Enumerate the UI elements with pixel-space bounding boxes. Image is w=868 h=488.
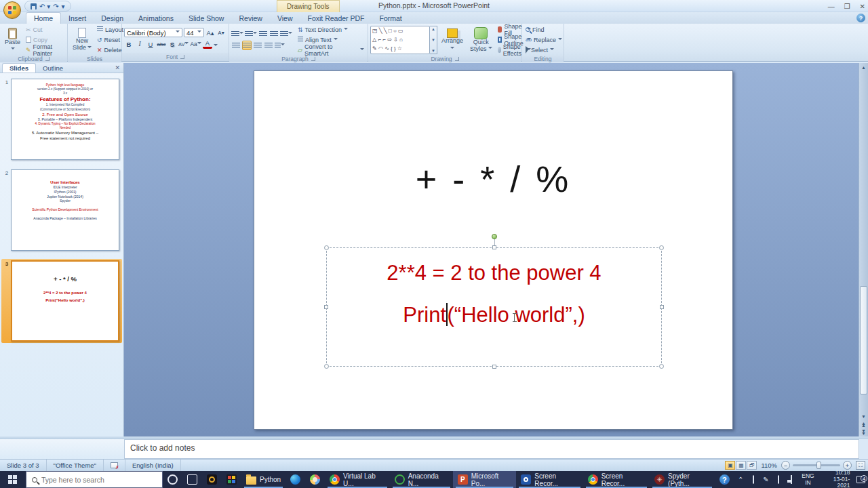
slide-thumbnail-1[interactable]: 1 Python: high level language version 2.… — [1, 77, 122, 161]
body-line-2[interactable]: Print(“Hello world”,) — [327, 294, 661, 336]
next-slide-button[interactable]: ▼▼ — [861, 428, 866, 436]
clock[interactable]: 10:1813-01-2021 — [818, 470, 854, 488]
resize-handle-s[interactable] — [492, 365, 496, 369]
tab-design[interactable]: Design — [94, 13, 131, 24]
font-color-button[interactable]: A — [203, 40, 212, 49]
taskbar-app-screen-recorder-1[interactable]: Screen Recor... — [516, 471, 583, 488]
italic-button[interactable]: I — [135, 39, 144, 49]
arrange-button[interactable]: Arrange — [439, 25, 466, 54]
photos-app-button[interactable] — [222, 471, 241, 488]
bold-button[interactable]: B — [124, 39, 134, 49]
tab-animations[interactable]: Animations — [131, 13, 181, 24]
clipboard-dialog-launcher[interactable] — [45, 57, 50, 61]
strikethrough-button[interactable]: abc — [157, 39, 166, 49]
tab-view[interactable]: View — [270, 13, 300, 24]
font-color-caret[interactable] — [214, 44, 218, 48]
slide-title-text[interactable]: + - * / % — [254, 158, 732, 200]
minimize-button[interactable]: — — [828, 3, 835, 10]
underline-button[interactable]: U — [146, 39, 155, 49]
convert-to-smartart-button[interactable]: ▱Convert to SmartArt — [296, 45, 366, 54]
bullets-button[interactable] — [231, 29, 243, 39]
search-input[interactable] — [41, 476, 150, 484]
replace-button[interactable]: abReplace — [524, 35, 564, 44]
select-button[interactable]: Select — [524, 45, 564, 54]
resize-handle-w[interactable] — [324, 305, 328, 309]
tab-outline[interactable]: Outline — [36, 64, 70, 73]
resize-handle-e[interactable] — [660, 305, 664, 309]
shapes-row[interactable]: △ ⌐ ⌐ ⇨ ⇩ ⌂ — [372, 37, 428, 43]
quick-styles-button[interactable]: Quick Styles — [467, 25, 495, 54]
character-spacing-button[interactable]: AV — [178, 39, 189, 49]
slide-canvas[interactable]: + - * / % 2**4 = 2 to the power 4 Print(… — [254, 70, 733, 430]
slide-thumbnail-3[interactable]: 3 + - * / % 2**4 = 2 to the power 4 Prin… — [1, 259, 122, 343]
fit-slide-to-window-button[interactable]: ⛶ — [856, 461, 865, 470]
help-icon[interactable]: ? — [856, 14, 865, 22]
media-app-button[interactable] — [202, 471, 222, 488]
taskbar-search[interactable] — [26, 471, 163, 488]
rotate-handle[interactable] — [492, 234, 497, 239]
shapes-gallery[interactable]: ◳ ╲ ╲ □ ○ ▭ △ ⌐ ⌐ ⇨ ⇩ ⌂ ✎ ◠ ∿ { } ☆ — [370, 26, 430, 54]
restore-button[interactable]: ❐ — [844, 3, 850, 10]
decrease-indent-button[interactable] — [258, 29, 268, 39]
theme-indicator[interactable]: "Office Theme" — [47, 460, 104, 471]
resize-handle-sw[interactable] — [324, 364, 329, 369]
tab-slides-thumbnails[interactable]: Slides — [2, 63, 36, 73]
taskbar-app-screen-recorder-2[interactable]: Screen Recor... — [583, 471, 650, 488]
paste-button[interactable]: Paste — [2, 25, 23, 54]
columns-button[interactable] — [275, 41, 285, 50]
shapes-row[interactable]: ◳ ╲ ╲ □ ○ ▭ — [372, 28, 428, 34]
previous-slide-button[interactable]: ▲▲ — [861, 421, 866, 429]
spellcheck-status[interactable] — [104, 460, 125, 471]
touch-keyboard-icon[interactable] — [772, 476, 785, 483]
resize-handle-nw[interactable] — [324, 245, 329, 250]
tab-insert[interactable]: Insert — [61, 13, 94, 24]
office-button[interactable] — [3, 1, 21, 19]
tab-slide-show[interactable]: Slide Show — [181, 13, 232, 24]
close-panel-icon[interactable]: ✕ — [115, 64, 120, 71]
selected-textbox[interactable]: 2**4 = 2 to the power 4 Print(“Hello wor… — [326, 247, 662, 367]
justify-button[interactable] — [264, 41, 273, 50]
zoom-level[interactable]: 110% — [761, 462, 777, 469]
text-shadow-button[interactable]: S — [167, 39, 177, 49]
tab-format[interactable]: Format — [372, 13, 410, 24]
align-right-button[interactable] — [253, 41, 262, 50]
pen-icon[interactable]: ✎ — [760, 476, 772, 483]
tray-chevron-icon[interactable]: ⌃ — [734, 476, 747, 483]
paint3d-button[interactable] — [305, 471, 325, 488]
zoom-out-button[interactable]: − — [781, 461, 790, 470]
cortana-button[interactable] — [163, 471, 182, 488]
font-size-combo[interactable]: 44 — [184, 28, 204, 37]
taskbar-app-anaconda[interactable]: Anaconda N... — [390, 471, 453, 488]
scroll-down-icon[interactable]: ▼ — [859, 412, 868, 421]
scroll-up-icon[interactable]: ▲ — [859, 63, 868, 72]
vertical-scrollbar[interactable]: ▲ ▼ ▲▲ ▼▼ — [859, 63, 868, 436]
taskbar-app-python-folder[interactable]: Python — [241, 471, 285, 488]
slide-show-view-button[interactable]: 🗗 — [747, 461, 757, 470]
slide-thumbnail-2[interactable]: 2 User Interfaces IDLE Interpreter IPyth… — [1, 168, 122, 252]
tab-home[interactable]: Home — [26, 12, 61, 24]
display-icon[interactable] — [785, 476, 798, 483]
taskbar-app-powerpoint[interactable]: PMicrosoft Po... — [453, 471, 517, 488]
help-app-button[interactable]: ? — [715, 471, 734, 488]
taskbar-app-spyder[interactable]: Spyder (Pyth... — [650, 471, 715, 488]
tab-review[interactable]: Review — [231, 13, 269, 24]
scrollbar-thumb[interactable] — [860, 286, 867, 394]
notes-pane[interactable]: Click to add notes — [124, 439, 859, 459]
action-center-button[interactable]: 4 — [854, 476, 868, 483]
slide-sorter-view-button[interactable]: ▦ — [736, 461, 746, 470]
drawing-dialog-launcher[interactable] — [455, 57, 459, 61]
textbox-content[interactable]: 2**4 = 2 to the power 4 Print(“Hello wor… — [327, 252, 661, 336]
new-slide-button[interactable]: New Slide — [70, 25, 94, 54]
language-switcher[interactable]: ENGIN — [797, 473, 818, 487]
resize-handle-ne[interactable] — [659, 245, 664, 250]
start-button[interactable] — [0, 471, 26, 488]
resize-handle-se[interactable] — [659, 364, 664, 369]
font-name-combo[interactable]: Calibri (Body) — [124, 28, 182, 37]
format-painter-button[interactable]: ✎Format Painter — [24, 45, 65, 54]
normal-view-button[interactable]: ▣ — [725, 461, 735, 470]
numbering-button[interactable] — [245, 29, 257, 39]
change-case-button[interactable]: Aa — [190, 39, 201, 49]
shapes-gallery-scroll[interactable]: ▲▼▼ — [430, 26, 437, 54]
body-line-1[interactable]: 2**4 = 2 to the power 4 — [327, 252, 661, 294]
text-direction-button[interactable]: ⇅Text Direction — [296, 25, 366, 34]
